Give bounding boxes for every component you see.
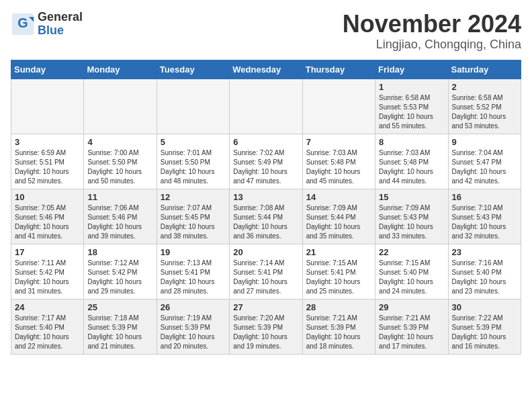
day-info: Sunrise: 7:13 AM Sunset: 5:41 PM Dayligh… (161, 259, 226, 296)
day-number: 26 (161, 302, 226, 312)
calendar-cell: 5Sunrise: 7:01 AM Sunset: 5:50 PM Daylig… (157, 134, 229, 189)
logo-text: General Blue (38, 11, 83, 38)
calendar-cell: 10Sunrise: 7:05 AM Sunset: 5:46 PM Dayli… (11, 189, 84, 244)
day-number: 4 (87, 137, 152, 147)
day-info: Sunrise: 7:14 AM Sunset: 5:41 PM Dayligh… (233, 259, 298, 296)
day-info: Sunrise: 7:06 AM Sunset: 5:46 PM Dayligh… (87, 203, 152, 241)
day-info: Sunrise: 7:00 AM Sunset: 5:50 PM Dayligh… (87, 148, 152, 186)
day-info: Sunrise: 7:17 AM Sunset: 5:40 PM Dayligh… (15, 314, 80, 351)
day-info: Sunrise: 7:18 AM Sunset: 5:39 PM Dayligh… (87, 314, 152, 351)
day-info: Sunrise: 7:09 AM Sunset: 5:43 PM Dayligh… (379, 203, 444, 241)
day-number: 15 (379, 192, 444, 202)
weekday-header-friday: Friday (375, 60, 448, 79)
day-number: 12 (161, 192, 226, 202)
calendar-cell: 4Sunrise: 7:00 AM Sunset: 5:50 PM Daylig… (84, 134, 157, 189)
calendar-cell: 7Sunrise: 7:03 AM Sunset: 5:48 PM Daylig… (302, 134, 375, 189)
calendar-cell (230, 79, 302, 134)
day-number: 21 (306, 247, 371, 257)
calendar-table: SundayMondayTuesdayWednesdayThursdayFrid… (11, 60, 521, 355)
day-number: 18 (87, 247, 152, 257)
calendar-cell: 19Sunrise: 7:13 AM Sunset: 5:41 PM Dayli… (157, 244, 229, 299)
calendar-cell: 15Sunrise: 7:09 AM Sunset: 5:43 PM Dayli… (375, 189, 448, 244)
calendar-cell: 27Sunrise: 7:20 AM Sunset: 5:39 PM Dayli… (230, 299, 302, 354)
weekday-header-sunday: Sunday (11, 60, 84, 79)
day-number: 27 (233, 302, 298, 312)
calendar-cell: 11Sunrise: 7:06 AM Sunset: 5:46 PM Dayli… (84, 189, 157, 244)
day-number: 11 (87, 192, 152, 202)
calendar-cell: 6Sunrise: 7:02 AM Sunset: 5:49 PM Daylig… (230, 134, 302, 189)
day-info: Sunrise: 7:19 AM Sunset: 5:39 PM Dayligh… (161, 314, 226, 351)
calendar-cell: 14Sunrise: 7:09 AM Sunset: 5:44 PM Dayli… (302, 189, 375, 244)
calendar-week-row: 17Sunrise: 7:11 AM Sunset: 5:42 PM Dayli… (11, 244, 521, 299)
day-number: 5 (161, 137, 226, 147)
weekday-header-thursday: Thursday (302, 60, 375, 79)
day-number: 30 (452, 302, 517, 312)
day-number: 22 (379, 247, 444, 257)
day-info: Sunrise: 6:58 AM Sunset: 5:53 PM Dayligh… (379, 93, 444, 131)
day-info: Sunrise: 7:12 AM Sunset: 5:42 PM Dayligh… (87, 259, 152, 296)
weekday-header-tuesday: Tuesday (157, 60, 229, 79)
day-info: Sunrise: 7:15 AM Sunset: 5:40 PM Dayligh… (379, 259, 444, 296)
calendar-cell: 3Sunrise: 6:59 AM Sunset: 5:51 PM Daylig… (11, 134, 84, 189)
day-number: 9 (452, 137, 517, 147)
calendar-week-row: 1Sunrise: 6:58 AM Sunset: 5:53 PM Daylig… (11, 79, 521, 134)
title-block: November 2024 Lingjiao, Chongqing, China (343, 11, 521, 52)
calendar-cell: 30Sunrise: 7:22 AM Sunset: 5:39 PM Dayli… (448, 299, 521, 354)
day-info: Sunrise: 7:07 AM Sunset: 5:45 PM Dayligh… (161, 203, 226, 241)
calendar-week-row: 3Sunrise: 6:59 AM Sunset: 5:51 PM Daylig… (11, 134, 521, 189)
day-info: Sunrise: 7:08 AM Sunset: 5:44 PM Dayligh… (233, 203, 298, 241)
calendar-cell: 22Sunrise: 7:15 AM Sunset: 5:40 PM Dayli… (375, 244, 448, 299)
day-number: 8 (379, 137, 444, 147)
calendar-cell (302, 79, 375, 134)
logo-blue-text: Blue (38, 24, 83, 38)
month-title: November 2024 (343, 11, 521, 38)
day-info: Sunrise: 7:01 AM Sunset: 5:50 PM Dayligh… (161, 148, 226, 186)
weekday-header-saturday: Saturday (448, 60, 521, 79)
calendar-cell: 16Sunrise: 7:10 AM Sunset: 5:43 PM Dayli… (448, 189, 521, 244)
day-number: 13 (233, 192, 298, 202)
calendar-cell: 20Sunrise: 7:14 AM Sunset: 5:41 PM Dayli… (230, 244, 302, 299)
day-info: Sunrise: 7:15 AM Sunset: 5:41 PM Dayligh… (306, 259, 371, 296)
day-number: 23 (452, 247, 517, 257)
day-info: Sunrise: 6:58 AM Sunset: 5:52 PM Dayligh… (452, 93, 517, 131)
calendar-cell: 17Sunrise: 7:11 AM Sunset: 5:42 PM Dayli… (11, 244, 84, 299)
day-info: Sunrise: 7:03 AM Sunset: 5:48 PM Dayligh… (379, 148, 444, 186)
calendar-cell: 9Sunrise: 7:04 AM Sunset: 5:47 PM Daylig… (448, 134, 521, 189)
day-info: Sunrise: 7:05 AM Sunset: 5:46 PM Dayligh… (15, 203, 80, 241)
day-number: 14 (306, 192, 371, 202)
svg-text:G: G (17, 15, 28, 30)
day-number: 16 (452, 192, 517, 202)
day-info: Sunrise: 7:21 AM Sunset: 5:39 PM Dayligh… (379, 314, 444, 351)
calendar-cell: 21Sunrise: 7:15 AM Sunset: 5:41 PM Dayli… (302, 244, 375, 299)
day-info: Sunrise: 6:59 AM Sunset: 5:51 PM Dayligh… (15, 148, 80, 186)
calendar-cell (84, 79, 157, 134)
day-number: 7 (306, 137, 371, 147)
page-header: G General Blue November 2024 Lingjiao, C… (11, 11, 521, 52)
day-number: 29 (379, 302, 444, 312)
day-number: 25 (87, 302, 152, 312)
day-info: Sunrise: 7:04 AM Sunset: 5:47 PM Dayligh… (452, 148, 517, 186)
calendar-cell: 23Sunrise: 7:16 AM Sunset: 5:40 PM Dayli… (448, 244, 521, 299)
day-number: 6 (233, 137, 298, 147)
day-number: 10 (15, 192, 80, 202)
day-number: 19 (161, 247, 226, 257)
calendar-cell: 8Sunrise: 7:03 AM Sunset: 5:48 PM Daylig… (375, 134, 448, 189)
day-info: Sunrise: 7:11 AM Sunset: 5:42 PM Dayligh… (15, 259, 80, 296)
calendar-cell: 24Sunrise: 7:17 AM Sunset: 5:40 PM Dayli… (11, 299, 84, 354)
day-number: 17 (15, 247, 80, 257)
day-number: 3 (15, 137, 80, 147)
day-number: 2 (452, 82, 517, 92)
calendar-cell: 1Sunrise: 6:58 AM Sunset: 5:53 PM Daylig… (375, 79, 448, 134)
calendar-week-row: 10Sunrise: 7:05 AM Sunset: 5:46 PM Dayli… (11, 189, 521, 244)
calendar-cell: 18Sunrise: 7:12 AM Sunset: 5:42 PM Dayli… (84, 244, 157, 299)
logo-icon: G (11, 12, 35, 36)
calendar-cell: 29Sunrise: 7:21 AM Sunset: 5:39 PM Dayli… (375, 299, 448, 354)
calendar-week-row: 24Sunrise: 7:17 AM Sunset: 5:40 PM Dayli… (11, 299, 521, 354)
weekday-header-wednesday: Wednesday (230, 60, 302, 79)
calendar-cell (157, 79, 229, 134)
location-title: Lingjiao, Chongqing, China (343, 38, 521, 52)
logo: G General Blue (11, 11, 83, 38)
day-number: 24 (15, 302, 80, 312)
calendar-cell: 12Sunrise: 7:07 AM Sunset: 5:45 PM Dayli… (157, 189, 229, 244)
day-info: Sunrise: 7:03 AM Sunset: 5:48 PM Dayligh… (306, 148, 371, 186)
